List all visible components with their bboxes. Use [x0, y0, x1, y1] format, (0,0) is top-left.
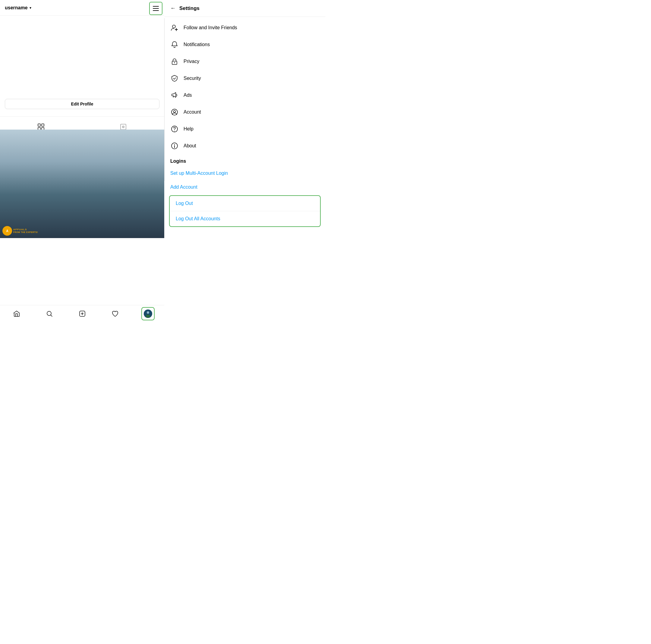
menu-item-follow[interactable]: Follow and Invite Friends: [164, 19, 326, 36]
heart-icon: [112, 310, 119, 317]
ads-label: Ads: [184, 93, 192, 98]
nav-home[interactable]: [10, 307, 23, 320]
question-circle-icon: [170, 125, 179, 133]
logout-label: Log Out: [176, 201, 193, 206]
notifications-label: Notifications: [184, 42, 210, 47]
nav-add[interactable]: [76, 307, 89, 320]
help-label: Help: [184, 126, 193, 132]
svg-point-9: [123, 127, 124, 127]
svg-point-23: [174, 131, 175, 131]
add-icon: [79, 310, 86, 317]
logout-all-button[interactable]: Log Out All Accounts: [170, 211, 320, 226]
megaphone-icon: [170, 91, 179, 99]
menu-item-privacy[interactable]: Privacy: [164, 53, 326, 70]
ads-icon: [170, 91, 179, 99]
edit-profile-section: Edit Profile: [0, 94, 164, 114]
profile-avatar: [144, 309, 152, 318]
svg-rect-2: [153, 10, 159, 11]
panel-divider: [164, 18, 164, 181]
grid-image: A APPUALS FROM THE EXPERTS!: [0, 130, 164, 238]
search-icon: [46, 310, 53, 317]
logout-all-label: Log Out All Accounts: [176, 216, 220, 221]
back-button[interactable]: ←: [170, 5, 176, 11]
left-panel: username ▾ Edit Profile: [0, 0, 164, 322]
watermark-text-area: APPUALS FROM THE EXPERTS!: [13, 228, 38, 234]
nav-search[interactable]: [43, 307, 56, 320]
shield-icon: [170, 74, 179, 83]
watermark-line1: APPUALS: [13, 228, 38, 231]
chevron-down-icon: ▾: [30, 6, 31, 10]
notifications-icon: [170, 41, 179, 49]
home-icon: [13, 310, 20, 317]
multi-account-label: Set up Multi-Account Login: [170, 171, 228, 176]
nav-heart[interactable]: [108, 307, 122, 320]
about-icon: [170, 142, 179, 150]
username-label: username: [5, 5, 28, 10]
profile-area: [0, 16, 164, 94]
settings-menu-list: Follow and Invite Friends Notifications: [164, 17, 326, 231]
hamburger-button[interactable]: [149, 2, 162, 15]
menu-item-account[interactable]: Account: [164, 104, 326, 121]
logout-button[interactable]: Log Out: [170, 196, 320, 211]
svg-rect-3: [38, 124, 40, 126]
settings-header: ← Settings: [164, 0, 326, 17]
nav-profile[interactable]: [141, 307, 155, 320]
account-label: Account: [184, 110, 201, 115]
lock-icon: [170, 57, 179, 66]
bell-icon: [170, 40, 179, 49]
person-circle-icon: [170, 108, 179, 116]
svg-point-19: [174, 62, 175, 63]
watermark: A APPUALS FROM THE EXPERTS!: [2, 226, 38, 236]
svg-point-17: [173, 25, 176, 28]
svg-point-16: [146, 315, 150, 318]
right-panel: ← Settings Follow and Invite Friends: [164, 0, 326, 322]
privacy-label: Privacy: [184, 59, 199, 64]
top-bar-left: username ▾: [0, 0, 164, 16]
account-icon: [170, 108, 179, 116]
privacy-icon: [170, 58, 179, 65]
logins-heading: Logins: [164, 154, 326, 166]
add-account-label: Add Account: [170, 184, 197, 190]
menu-item-help[interactable]: Help: [164, 121, 326, 137]
watermark-logo: A: [2, 226, 12, 236]
settings-title: Settings: [179, 5, 199, 11]
photo-grid: A APPUALS FROM THE EXPERTS!: [0, 130, 164, 316]
menu-item-security[interactable]: Security: [164, 70, 326, 87]
watermark-line2: FROM THE EXPERTS!: [13, 231, 38, 234]
follow-icon: [170, 24, 179, 32]
username-area: username ▾: [5, 5, 31, 10]
menu-item-notifications[interactable]: Notifications: [164, 36, 326, 53]
svg-point-12: [47, 311, 51, 315]
edit-profile-button[interactable]: Edit Profile: [5, 99, 159, 109]
svg-point-15: [147, 311, 149, 314]
svg-point-21: [174, 111, 176, 113]
about-label: About: [184, 143, 196, 149]
menu-item-add-account[interactable]: Add Account: [164, 180, 326, 194]
security-icon: [170, 74, 179, 82]
menu-item-multi-account[interactable]: Set up Multi-Account Login: [164, 166, 326, 180]
bottom-nav-left: [0, 305, 164, 322]
menu-item-about[interactable]: About: [164, 137, 326, 154]
svg-rect-0: [153, 6, 159, 7]
svg-rect-1: [153, 8, 159, 9]
info-circle-icon: [170, 142, 179, 150]
svg-rect-4: [41, 124, 44, 126]
menu-item-ads[interactable]: Ads: [164, 87, 326, 104]
svg-text:A: A: [6, 229, 8, 233]
hamburger-icon: [153, 6, 159, 11]
help-icon: [170, 125, 179, 133]
appuals-logo-icon: A: [4, 228, 10, 234]
follow-label: Follow and Invite Friends: [184, 25, 237, 30]
person-add-icon: [170, 24, 179, 32]
security-label: Security: [184, 75, 201, 81]
avatar-icon: [144, 309, 152, 318]
svg-point-25: [174, 144, 175, 145]
logout-box: Log Out Log Out All Accounts: [169, 195, 321, 227]
